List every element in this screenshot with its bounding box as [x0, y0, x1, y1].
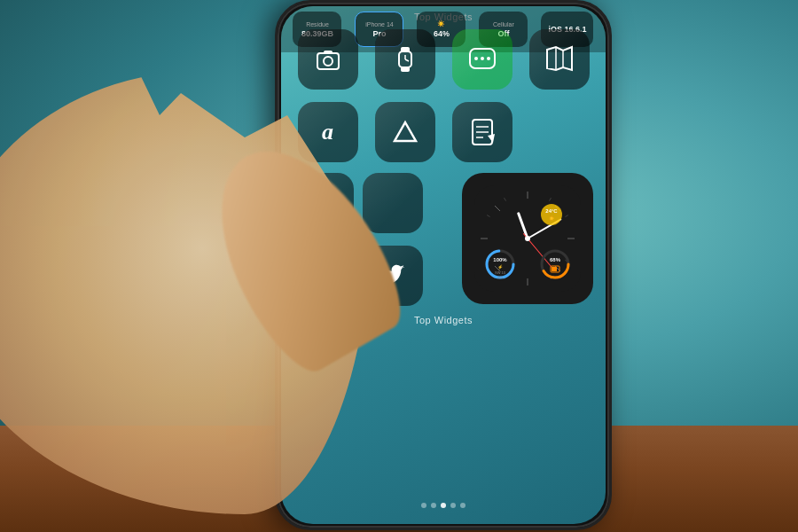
svg-rect-4: [401, 47, 410, 52]
maps-icon[interactable]: [529, 29, 590, 90]
app-divoom[interactable]: [375, 102, 435, 162]
chip-brightness-value: 64%: [434, 29, 450, 38]
svg-point-44: [525, 236, 530, 241]
svg-marker-15: [395, 122, 416, 141]
dot-3: [441, 503, 446, 508]
svg-line-7: [405, 59, 409, 61]
chip-model-title: iPhone 14: [365, 21, 394, 27]
dot-2: [431, 503, 436, 508]
svg-point-45: [541, 204, 562, 225]
svg-rect-2: [324, 51, 332, 54]
app-watch[interactable]: [375, 29, 435, 90]
svg-marker-20: [488, 134, 495, 143]
svg-point-9: [474, 57, 478, 60]
chip-residue-title: Residue: [306, 21, 329, 27]
dot-4: [450, 503, 456, 508]
dot-5: [460, 503, 466, 508]
svg-rect-3: [399, 51, 411, 67]
svg-point-10: [481, 57, 484, 60]
camera-icon[interactable]: [298, 29, 358, 90]
chip-cellular-title: Cellular: [493, 21, 514, 27]
app-unknown[interactable]: [363, 173, 423, 233]
amazon-letter: a: [322, 119, 333, 145]
svg-text:24°C: 24°C: [545, 208, 558, 214]
unknown-icon[interactable]: [363, 173, 423, 233]
svg-text:m/s: m/s: [497, 275, 503, 279]
svg-marker-12: [547, 47, 572, 70]
page-dots: [281, 499, 606, 512]
divoom-icon[interactable]: [375, 102, 435, 162]
notes-icon[interactable]: [452, 102, 512, 162]
watch-icon[interactable]: [375, 29, 435, 90]
svg-rect-8: [470, 49, 495, 68]
svg-text:⚡: ⚡: [497, 264, 504, 270]
watch-face: 24°C ☀️ 100% ⚡ SW 10 m/s: [462, 173, 593, 304]
chip-brightness-icon: ☀️: [437, 20, 445, 27]
svg-text:100%: 100%: [493, 257, 507, 262]
svg-rect-5: [401, 66, 410, 72]
app-line[interactable]: [452, 29, 512, 90]
empty-slot-1: [529, 102, 590, 162]
svg-point-1: [324, 57, 332, 66]
dot-1: [421, 503, 426, 508]
app-maps[interactable]: [529, 29, 590, 90]
svg-rect-0: [317, 53, 339, 69]
svg-rect-16: [473, 120, 492, 145]
svg-point-11: [487, 57, 490, 60]
svg-text:68%: 68%: [550, 257, 561, 262]
watch-widget[interactable]: 24°C ☀️ 100% ⚡ SW 10 m/s: [462, 173, 593, 304]
line-icon[interactable]: [452, 29, 512, 90]
app-notes[interactable]: [452, 102, 512, 162]
app-camera[interactable]: [298, 29, 358, 90]
svg-text:☀️: ☀️: [549, 215, 555, 222]
svg-rect-58: [552, 267, 557, 271]
